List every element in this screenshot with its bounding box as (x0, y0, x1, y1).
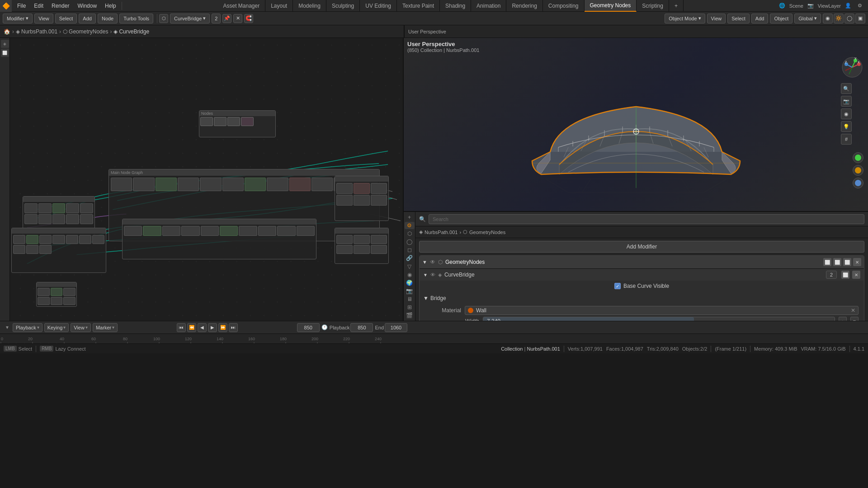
menu-help[interactable]: Help (101, 2, 120, 10)
prop-icon-scene[interactable]: 🎬 (405, 312, 415, 319)
tab-layout[interactable]: Layout (265, 0, 293, 12)
prop-icon-world[interactable]: 🌍 (405, 279, 415, 286)
global-dropdown[interactable]: Global ▾ (794, 14, 821, 23)
playback-dropdown[interactable]: Playback ▾ (13, 323, 42, 332)
node-group-mid2[interactable] (122, 219, 316, 259)
breadcrumb-curvebridge[interactable]: ◈ CurveBridge (113, 28, 149, 35)
play-reverse[interactable]: ◀ (198, 323, 207, 332)
tab-shading[interactable]: Shading (440, 0, 471, 12)
mod-btn-2[interactable]: ⬜ (833, 258, 841, 266)
mod-collapse-icon[interactable]: ▼ (422, 259, 427, 265)
keying-dropdown[interactable]: Keying ▾ (44, 323, 69, 332)
play-forward[interactable]: ▶ (208, 323, 217, 332)
mod-visibility-icon[interactable]: 👁 (430, 259, 435, 265)
timeline-view-dropdown[interactable]: View ▾ (71, 323, 91, 332)
solid-mode-icon[interactable]: ◉ (823, 14, 833, 23)
view-button[interactable]: View (34, 14, 53, 23)
select-button-2[interactable]: Select (727, 14, 750, 23)
modifier-number-btn[interactable]: 2 (212, 14, 221, 23)
sub-mod-number[interactable]: 2 (826, 271, 837, 279)
tab-add-workspace[interactable]: + (669, 0, 684, 12)
prop-icon-data[interactable]: ▽ (405, 263, 415, 270)
material-clear-btn[interactable]: ✕ (851, 307, 855, 314)
tab-uv-editing[interactable]: UV Editing (360, 0, 397, 12)
prop-icon-material[interactable]: ◉ (405, 271, 415, 278)
zoom-gizmo[interactable]: 🔍 (841, 83, 852, 94)
width-stepper-down[interactable]: ▼ (850, 317, 859, 321)
user-icon[interactable]: 👤 (844, 1, 853, 10)
material-field[interactable]: Wall ✕ (465, 306, 859, 315)
node-group-bottom-left[interactable] (11, 228, 106, 273)
prop-icon-modifier[interactable]: ⚙ (405, 222, 415, 229)
bridge-section-header[interactable]: ▼ Bridge (423, 293, 860, 303)
curve-bridge-dropdown[interactable]: CurveBridge ▾ (170, 14, 210, 23)
tab-geometry-nodes[interactable]: Geometry Nodes (585, 0, 637, 12)
step-forward[interactable]: ⏩ (218, 323, 227, 332)
modifier-header[interactable]: ▼ 👁 ⬡ GeometryNodes ⬜ ⬜ ⬜ ✕ (420, 256, 864, 268)
tab-modeling[interactable]: Modeling (293, 0, 326, 12)
end-frame-input[interactable]: 1060 (385, 323, 407, 332)
prop-icon-constraint[interactable]: 🔗 (405, 254, 415, 262)
add-modifier-button[interactable]: Add Modifier (419, 241, 864, 253)
properties-search-box[interactable]: Search (429, 214, 864, 224)
viewport-3d[interactable]: User Perspective (850) Collection | Nurb… (404, 38, 868, 212)
tab-compositing[interactable]: Compositing (543, 0, 585, 12)
view-button-2[interactable]: View (707, 14, 726, 23)
object-button[interactable]: Object (770, 14, 793, 23)
add-button-2[interactable]: Add (751, 14, 769, 23)
node-group-scatter[interactable] (36, 282, 77, 307)
snap-icon[interactable]: 🧲 (244, 14, 253, 23)
sub-mod-btn-1[interactable]: ⬜ (841, 271, 849, 279)
add-button[interactable]: Add (79, 14, 96, 23)
layer-icon[interactable]: 📷 (806, 1, 815, 10)
node-editor-icon[interactable]: ⬡ (159, 14, 168, 23)
prop-icon-particles[interactable]: ⬡ (405, 230, 415, 237)
light-gizmo[interactable]: 💡 (841, 121, 852, 132)
grid-gizmo[interactable]: # (841, 134, 852, 145)
object-mode-dropdown[interactable]: Object Mode ▾ (665, 14, 705, 23)
tab-asset-manager[interactable]: Asset Manager (217, 0, 265, 12)
node-group-far-right[interactable] (335, 176, 389, 221)
home-icon[interactable]: 🏠 (4, 28, 10, 35)
sub-vis-icon[interactable]: 👁 (430, 272, 435, 277)
tab-sculpting[interactable]: Sculpting (326, 0, 360, 12)
mod-btn-1[interactable]: ⬜ (823, 258, 831, 266)
breadcrumb-geonodes[interactable]: ⬡ GeometryNodes (63, 28, 108, 35)
render-mode-icon[interactable]: 🔆 (834, 14, 844, 23)
prop-icon-add[interactable]: + (405, 214, 415, 221)
sidebar-tool-2[interactable]: ⬜ (1, 49, 9, 57)
prop-icon-render[interactable]: 📷 (405, 287, 415, 295)
pin-button[interactable]: 📌 (222, 14, 231, 23)
start-frame-input[interactable]: 850 (350, 323, 373, 332)
marker-dropdown[interactable]: Marker ▾ (93, 323, 118, 332)
node-editor[interactable]: Nodes Main Node Graph (0, 38, 404, 321)
tab-rendering[interactable]: Rendering (506, 0, 542, 12)
prop-icon-object[interactable]: ◻ (405, 246, 415, 253)
node-group-br[interactable] (335, 228, 389, 264)
step-back[interactable]: ⏪ (187, 323, 196, 332)
icon-circle-3[interactable] (853, 178, 863, 188)
material-mode-icon[interactable]: ◯ (844, 14, 854, 23)
prop-icon-physics[interactable]: ◯ (405, 238, 415, 245)
navigation-gizmo[interactable]: X Y Z (841, 56, 863, 79)
mod-btn-3[interactable]: ⬜ (843, 258, 851, 266)
mod-close-btn[interactable]: ✕ (853, 258, 861, 266)
prop-icon-output[interactable]: 🖥 (405, 296, 415, 303)
camera-gizmo[interactable]: 📷 (841, 96, 852, 107)
wireframe-mode-icon[interactable]: ▣ (855, 14, 865, 23)
tab-animation[interactable]: Animation (471, 0, 506, 12)
icon-circle-1[interactable] (853, 152, 863, 163)
prop-icon-view-layer[interactable]: ⊞ (405, 304, 415, 311)
settings-icon[interactable]: ⚙ (855, 1, 864, 10)
node-group-top-right[interactable]: Nodes (199, 110, 276, 137)
current-frame-display[interactable]: 850 (297, 323, 320, 332)
tab-scripting[interactable]: Scripting (637, 0, 669, 12)
select-button[interactable]: Select (55, 14, 77, 23)
menu-edit[interactable]: Edit (30, 2, 47, 10)
skip-to-start[interactable]: ⏮ (177, 323, 186, 332)
breadcrumb-nurbspath[interactable]: ◈ NurbsPath.001 (16, 28, 57, 35)
ruler-area[interactable]: 0 20 40 60 80 100 120 140 160 (0, 334, 404, 343)
blender-logo[interactable]: 🔶 (0, 0, 12, 12)
skip-to-end[interactable]: ⏭ (229, 323, 238, 332)
render-gizmo[interactable]: ◉ (841, 108, 852, 119)
